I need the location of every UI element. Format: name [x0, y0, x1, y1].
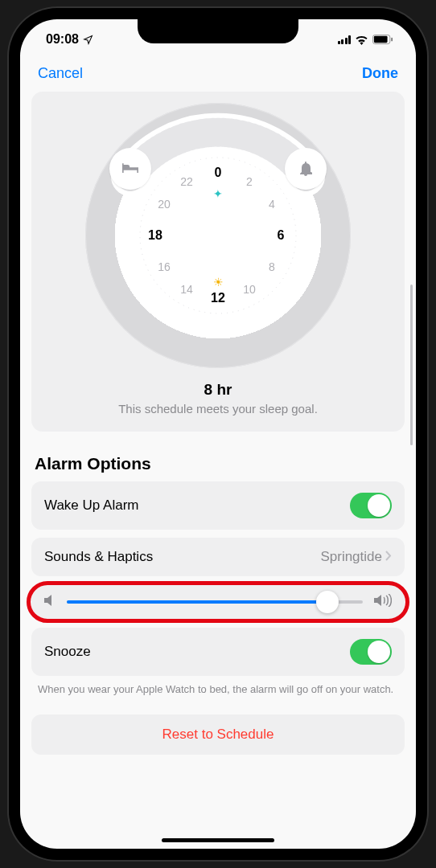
hour-20: 20 — [158, 198, 171, 211]
night-icon: ✦ — [213, 187, 223, 200]
home-indicator[interactable] — [162, 838, 274, 842]
hour-8: 8 — [269, 260, 275, 273]
nav-bar: Cancel Done — [20, 55, 416, 92]
wifi-icon — [355, 35, 368, 45]
sleep-wheel-card: ✦ ☀ 0 2 4 6 8 10 12 14 16 18 20 22 8 hr — [31, 92, 405, 432]
snooze-label: Snooze — [44, 644, 91, 660]
watch-footnote: When you wear your Apple Watch to bed, t… — [31, 676, 405, 697]
bedtime-handle[interactable] — [109, 148, 151, 190]
sounds-haptics-row[interactable]: Sounds & Haptics Springtide — [31, 538, 405, 576]
volume-low-icon — [44, 594, 56, 610]
wake-up-alarm-label: Wake Up Alarm — [44, 497, 138, 514]
content-scroll[interactable]: ✦ ☀ 0 2 4 6 8 10 12 14 16 18 20 22 8 hr — [20, 92, 416, 849]
sun-icon: ☀ — [213, 276, 224, 289]
hour-10: 10 — [243, 283, 256, 296]
reset-label: Reset to Schedule — [162, 727, 274, 742]
location-icon — [83, 35, 93, 45]
done-button[interactable]: Done — [362, 65, 398, 82]
hour-22: 22 — [180, 175, 193, 188]
sounds-haptics-value: Springtide — [320, 549, 382, 565]
sounds-haptics-label: Sounds & Haptics — [44, 549, 153, 565]
snooze-row: Snooze — [31, 628, 405, 676]
wake-handle[interactable] — [285, 148, 327, 190]
duration-label: 8 hr — [43, 381, 393, 399]
hour-12: 12 — [211, 291, 225, 305]
hour-2: 2 — [246, 175, 253, 188]
cellular-icon — [338, 35, 352, 44]
chevron-right-icon — [385, 549, 392, 565]
volume-slider[interactable] — [67, 600, 363, 604]
battery-icon — [372, 35, 393, 45]
hour-14: 14 — [180, 283, 193, 296]
phone-frame: 09:08 Cancel Done — [9, 8, 427, 860]
screen: 09:08 Cancel Done — [20, 19, 416, 849]
hour-6: 6 — [278, 228, 285, 243]
hour-16: 16 — [158, 260, 171, 273]
volume-slider-row — [31, 584, 405, 620]
alarm-options-group: Wake Up Alarm Sounds & Haptics Springtid… — [31, 481, 405, 676]
alarm-options-title: Alarm Options — [35, 454, 401, 473]
wake-up-alarm-toggle[interactable] — [350, 493, 392, 518]
snooze-toggle[interactable] — [350, 639, 392, 665]
hour-0: 0 — [215, 166, 222, 180]
hour-18: 18 — [148, 228, 162, 243]
scrollbar[interactable] — [410, 285, 413, 445]
svg-rect-1 — [374, 35, 388, 42]
goal-text: This schedule meets your sleep goal. — [43, 402, 393, 416]
wheel-arc-handle[interactable] — [85, 103, 351, 368]
wake-up-alarm-row: Wake Up Alarm — [31, 481, 405, 530]
svg-rect-2 — [391, 37, 393, 41]
sleep-wheel[interactable]: ✦ ☀ 0 2 4 6 8 10 12 14 16 18 20 22 — [85, 103, 351, 368]
svg-point-4 — [125, 166, 127, 168]
cancel-button[interactable]: Cancel — [38, 65, 83, 82]
reset-to-schedule-button[interactable]: Reset to Schedule — [31, 714, 405, 755]
svg-point-3 — [140, 158, 296, 313]
notch — [138, 19, 298, 43]
volume-thumb[interactable] — [316, 591, 339, 613]
hour-4: 4 — [269, 198, 275, 211]
status-time: 09:08 — [46, 32, 79, 47]
volume-high-icon — [374, 594, 392, 610]
